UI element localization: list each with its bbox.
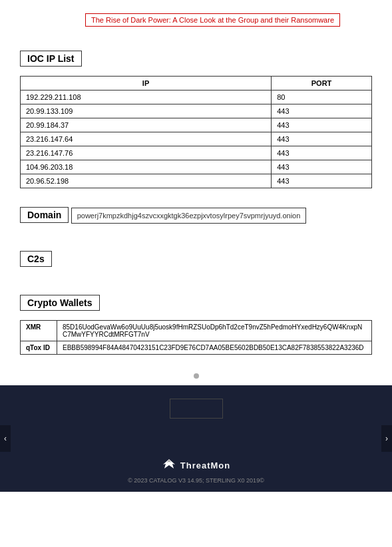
wallets-heading: Crypto Wallets [20, 295, 100, 311]
ioc-table-port-header: PORT [272, 77, 372, 91]
table-row: 23.216.147.64443 [21, 132, 372, 146]
table-row: 23.216.147.76443 [21, 146, 372, 160]
table-row: 20.96.52.198443 [21, 174, 372, 188]
footer-arrow-left[interactable]: ‹ [0, 425, 11, 452]
ioc-port-cell: 443 [272, 174, 372, 188]
footer: ‹ › ThreatMon © 2023 CATALOG V3 14.95; S… [0, 385, 392, 492]
ioc-port-cell: 80 [272, 91, 372, 104]
footer-logo-text: ThreatMon [180, 460, 230, 470]
ioc-ip-cell: 20.99.184.37 [21, 118, 272, 132]
domain-section: Domain powerj7kmpzkdhjg4szvcxxgktgk36ezp… [20, 207, 372, 232]
footer-copyright: © 2023 CATALOG V3 14.95; STERLING X0 201… [128, 477, 264, 484]
ioc-table-ip-header: IP [21, 77, 272, 91]
wallets-section: Crypto Wallets XMR85D16UodGevaWw6o9UuUu8… [20, 295, 372, 355]
table-row: 104.96.203.18443 [21, 160, 372, 174]
wallets-table: XMR85D16UodGevaWw6o9UuUu8j5uosk9fHmRZSUo… [20, 320, 372, 355]
wallet-label-cell: qTox ID [21, 341, 57, 355]
ioc-port-cell: 443 [272, 146, 372, 160]
ioc-ip-cell: 192.229.211.108 [21, 91, 272, 104]
page-title: The Rise of Dark Power: A Close Look at … [85, 13, 340, 27]
domain-heading: Domain [20, 207, 69, 223]
ioc-ip-cell: 104.96.203.18 [21, 160, 272, 174]
ioc-ip-section: IOC IP List IP PORT 192.229.211.1088020.… [20, 51, 372, 188]
wallet-row: XMR85D16UodGevaWw6o9UuUu8j5uosk9fHmRZSUo… [21, 321, 372, 341]
table-row: 20.99.184.37443 [21, 118, 372, 132]
ioc-ip-cell: 20.99.133.109 [21, 104, 272, 118]
footer-logo: ThreatMon [162, 458, 230, 473]
table-row: 192.229.211.10880 [21, 91, 372, 104]
ioc-port-cell: 443 [272, 160, 372, 174]
c2s-heading: C2s [20, 251, 52, 267]
ioc-ip-cell: 20.96.52.198 [21, 174, 272, 188]
c2s-section: C2s [20, 251, 372, 276]
wallet-label-cell: XMR [21, 321, 57, 341]
domain-value: powerj7kmpzkdhjg4szvcxxgktgk36ezpjxvtosy… [71, 208, 307, 224]
ioc-port-cell: 443 [272, 104, 372, 118]
ioc-ip-cell: 23.216.147.76 [21, 146, 272, 160]
ioc-ip-cell: 23.216.147.64 [21, 132, 272, 146]
threatmon-logo-icon [162, 458, 176, 473]
wallet-value-cell: EBBB598994F84A48470423151C23FD9E76CD7AA0… [57, 341, 372, 355]
footer-arrow-right[interactable]: › [381, 425, 392, 452]
scroll-indicator [194, 373, 199, 379]
ioc-ip-heading: IOC IP List [20, 51, 82, 67]
wallet-value-cell: 85D16UodGevaWw6o9UuUu8j5uosk9fHmRZSUoDp6… [57, 321, 372, 341]
ioc-table: IP PORT 192.229.211.1088020.99.133.10944… [20, 76, 372, 188]
ioc-port-cell: 443 [272, 118, 372, 132]
wallet-row: qTox IDEBBB598994F84A48470423151C23FD9E7… [21, 341, 372, 355]
ioc-port-cell: 443 [272, 132, 372, 146]
table-row: 20.99.133.109443 [21, 104, 372, 118]
